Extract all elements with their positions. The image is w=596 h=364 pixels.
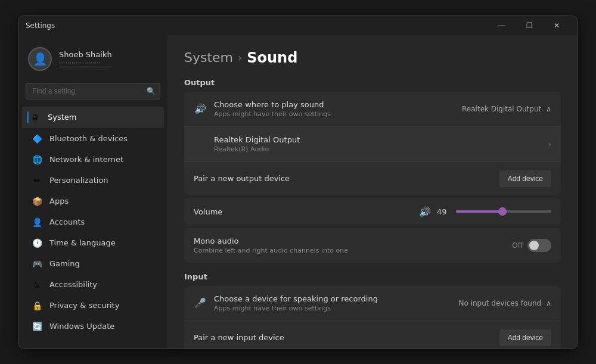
pair-input-title: Pair a new input device bbox=[194, 333, 492, 342]
title-bar-text: Settings bbox=[26, 21, 488, 30]
sidebar: 👤 Shoeb Shaikh ···················· 🔍 🖥 … bbox=[18, 35, 167, 349]
input-card: 🎤 Choose a device for speaking or record… bbox=[184, 286, 561, 349]
content-area: 👤 Shoeb Shaikh ···················· 🔍 🖥 … bbox=[18, 35, 578, 349]
mono-text: Mono audio Combine left and right audio … bbox=[194, 237, 505, 254]
search-input[interactable] bbox=[26, 83, 160, 99]
pair-output-text: Pair a new output device bbox=[194, 174, 492, 183]
output-header: Output bbox=[184, 78, 561, 87]
volume-slider-track[interactable] bbox=[456, 210, 551, 213]
title-bar: Settings — ❐ ✕ bbox=[18, 16, 578, 35]
settings-window: Settings — ❐ ✕ 👤 Shoeb Shaikh ··········… bbox=[18, 15, 578, 349]
volume-speaker-icon: 🔊 bbox=[419, 206, 431, 217]
user-profile: 👤 Shoeb Shaikh ···················· bbox=[18, 40, 167, 80]
minimize-button[interactable]: — bbox=[488, 16, 516, 35]
sidebar-item-label: Accessibility bbox=[49, 280, 97, 289]
avatar: 👤 bbox=[28, 47, 52, 71]
choose-output-value: Realtek Digital Output ∧ bbox=[462, 105, 551, 113]
realtek-sub: Realtek(R) Audio bbox=[214, 145, 541, 153]
title-bar-controls: — ❐ ✕ bbox=[488, 16, 570, 35]
sidebar-item-label: Bluetooth & devices bbox=[49, 134, 128, 143]
sidebar-item-gaming[interactable]: 🎮 Gaming bbox=[22, 254, 164, 274]
active-indicator bbox=[27, 111, 29, 123]
choose-output-row[interactable]: 🔊 Choose where to play sound Apps might … bbox=[184, 92, 561, 127]
realtek-title: Realtek Digital Output bbox=[214, 135, 541, 144]
sidebar-item-label: Network & internet bbox=[49, 155, 123, 164]
add-output-device-button[interactable]: Add device bbox=[499, 170, 551, 187]
toggle-knob bbox=[529, 241, 539, 250]
close-button[interactable]: ✕ bbox=[543, 16, 570, 35]
sidebar-item-label: Windows Update bbox=[49, 322, 114, 331]
mic-icon: 🎤 bbox=[194, 297, 207, 310]
network-icon: 🌐 bbox=[32, 154, 42, 165]
breadcrumb-current: Sound bbox=[247, 49, 297, 66]
sidebar-item-system[interactable]: 🖥 System bbox=[22, 107, 164, 128]
mono-card: Mono audio Combine left and right audio … bbox=[184, 228, 561, 263]
pair-output-row: Pair a new output device Add device bbox=[184, 162, 561, 195]
sidebar-item-label: Gaming bbox=[49, 259, 80, 268]
choose-input-title: Choose a device for speaking or recordin… bbox=[214, 294, 452, 303]
choose-input-row[interactable]: 🎤 Choose a device for speaking or record… bbox=[184, 286, 561, 321]
sidebar-item-label: Privacy & security bbox=[49, 301, 119, 310]
gaming-icon: 🎮 bbox=[32, 259, 42, 269]
choose-output-title: Choose where to play sound bbox=[214, 100, 455, 109]
time-icon: 🕐 bbox=[32, 238, 42, 248]
sidebar-item-network[interactable]: 🌐 Network & internet bbox=[22, 150, 164, 170]
search-icon: 🔍 bbox=[147, 87, 156, 95]
apps-icon: 📦 bbox=[32, 196, 42, 207]
pair-output-title: Pair a new output device bbox=[194, 174, 492, 183]
search-box: 🔍 bbox=[26, 83, 160, 99]
mono-toggle-group: Off bbox=[512, 239, 551, 252]
sidebar-item-label: Accounts bbox=[49, 217, 85, 226]
input-header: Input bbox=[184, 272, 561, 281]
sidebar-item-label: Apps bbox=[49, 197, 69, 206]
sidebar-item-time[interactable]: 🕐 Time & language bbox=[22, 233, 164, 253]
chevron-up-icon: ∧ bbox=[546, 105, 551, 113]
user-name: Shoeb Shaikh bbox=[59, 50, 112, 59]
mono-row: Mono audio Combine left and right audio … bbox=[184, 228, 561, 263]
chevron-right-icon: › bbox=[548, 139, 551, 149]
mono-toggle-label: Off bbox=[512, 241, 523, 250]
volume-slider-fill bbox=[456, 210, 502, 213]
output-volume-row: Volume 🔊 49 bbox=[184, 198, 561, 226]
input-section: Input 🎤 Choose a device for speaking or … bbox=[184, 272, 561, 349]
sidebar-item-update[interactable]: 🔄 Windows Update bbox=[22, 316, 164, 337]
choose-output-text: Choose where to play sound Apps might ha… bbox=[214, 100, 455, 118]
update-icon: 🔄 bbox=[32, 321, 42, 332]
personalization-icon: ✏ bbox=[32, 175, 42, 186]
user-info: Shoeb Shaikh ···················· bbox=[59, 50, 112, 67]
user-sub: ···················· bbox=[59, 59, 112, 67]
privacy-icon: 🔒 bbox=[32, 300, 42, 311]
realtek-text: Realtek Digital Output Realtek(R) Audio bbox=[214, 135, 541, 153]
user-icon: 👤 bbox=[33, 52, 48, 66]
sidebar-item-label: Personalization bbox=[49, 176, 108, 185]
add-input-device-button[interactable]: Add device bbox=[499, 329, 551, 346]
sidebar-item-label: Time & language bbox=[49, 238, 116, 247]
sidebar-item-bluetooth[interactable]: 🔷 Bluetooth & devices bbox=[22, 129, 164, 149]
volume-label: Volume bbox=[194, 207, 412, 216]
breadcrumb-separator: › bbox=[238, 51, 242, 64]
volume-slider-thumb[interactable] bbox=[498, 207, 507, 216]
volume-card: Volume 🔊 49 bbox=[184, 198, 561, 226]
choose-input-value: No input devices found ∧ bbox=[459, 299, 552, 307]
bluetooth-icon: 🔷 bbox=[32, 133, 42, 144]
accounts-icon: 👤 bbox=[32, 217, 42, 228]
choose-input-text: Choose a device for speaking or recordin… bbox=[214, 294, 452, 312]
breadcrumb-parent[interactable]: System bbox=[184, 50, 233, 65]
maximize-button[interactable]: ❐ bbox=[516, 16, 543, 35]
volume-controls: 🔊 49 bbox=[419, 206, 551, 217]
sidebar-item-apps[interactable]: 📦 Apps bbox=[22, 191, 164, 211]
choose-input-sub: Apps might have their own settings bbox=[214, 304, 452, 312]
sidebar-item-privacy[interactable]: 🔒 Privacy & security bbox=[22, 295, 164, 316]
accessibility-icon: ♿ bbox=[32, 279, 42, 290]
output-card: 🔊 Choose where to play sound Apps might … bbox=[184, 92, 561, 195]
sidebar-item-accessibility[interactable]: ♿ Accessibility bbox=[22, 275, 164, 295]
nav-list: 🖥 System 🔷 Bluetooth & devices 🌐 Network… bbox=[18, 107, 167, 337]
realtek-output-row[interactable]: Realtek Digital Output Realtek(R) Audio … bbox=[184, 127, 561, 162]
pair-input-text: Pair a new input device bbox=[194, 333, 492, 342]
mono-sub: Combine left and right audio channels in… bbox=[194, 247, 505, 254]
system-icon: 🖥 bbox=[30, 112, 41, 123]
sidebar-item-personalization[interactable]: ✏ Personalization bbox=[22, 170, 164, 191]
mono-toggle-switch[interactable] bbox=[527, 239, 551, 252]
no-input-text: No input devices found bbox=[459, 299, 542, 307]
sidebar-item-accounts[interactable]: 👤 Accounts bbox=[22, 212, 164, 232]
